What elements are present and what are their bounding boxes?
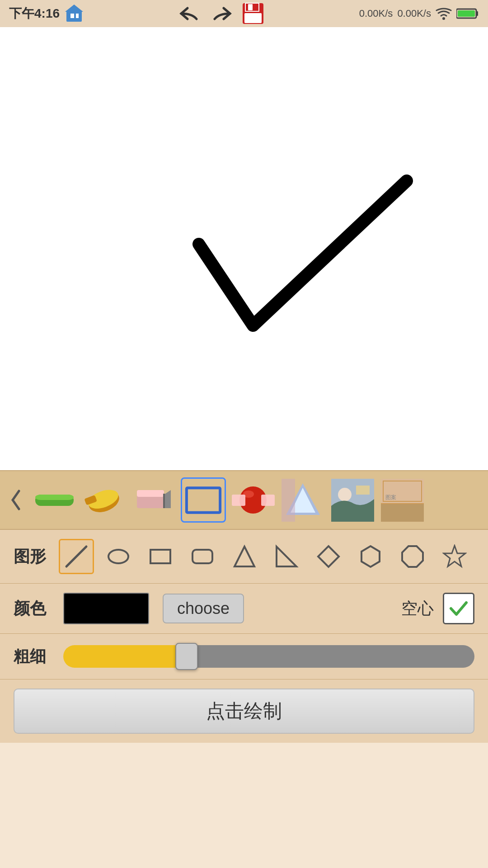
svg-rect-24 — [232, 495, 245, 506]
shape-btn-rounded-rect[interactable] — [185, 539, 220, 574]
svg-rect-11 — [458, 10, 475, 17]
svg-text:图案: 图案 — [385, 494, 396, 500]
svg-rect-10 — [476, 11, 478, 16]
status-right: 0.00K/s 0.00K/s — [359, 7, 479, 20]
shape-row: 图形 — [0, 530, 488, 584]
color-swatch[interactable] — [63, 593, 149, 624]
slider-container — [63, 643, 474, 670]
brush-item-yellow[interactable] — [81, 477, 127, 523]
hollow-section: 空心 — [401, 593, 474, 624]
svg-line-38 — [66, 547, 86, 566]
choose-button[interactable]: choose — [163, 594, 244, 623]
svg-rect-18 — [137, 490, 164, 497]
shape-btn-line[interactable] — [59, 539, 94, 574]
status-time: 下午4:16 — [9, 5, 60, 22]
svg-marker-47 — [444, 546, 465, 566]
shape-btn-star[interactable] — [437, 539, 472, 574]
brush-prev-arrow[interactable] — [5, 489, 27, 511]
brush-item-rect[interactable] — [181, 477, 226, 523]
canvas-area[interactable] — [0, 27, 488, 470]
svg-rect-20 — [163, 494, 165, 508]
shape-btn-triangle[interactable] — [227, 539, 262, 574]
hollow-checkbox[interactable] — [443, 593, 474, 624]
brush-item-photo1[interactable] — [330, 477, 375, 523]
svg-marker-19 — [164, 490, 171, 508]
svg-marker-43 — [277, 547, 296, 566]
shape-btn-right-triangle[interactable] — [269, 539, 304, 574]
checkmark-drawing — [199, 181, 407, 326]
shape-grid — [59, 539, 474, 574]
brush-item-red[interactable] — [230, 477, 276, 523]
svg-marker-42 — [235, 547, 254, 566]
shape-label: 图形 — [14, 546, 50, 568]
svg-marker-46 — [402, 546, 423, 567]
color-row: 颜色 choose 空心 — [0, 584, 488, 634]
svg-rect-3 — [76, 14, 79, 18]
thickness-label: 粗细 — [14, 646, 50, 668]
svg-rect-21 — [187, 488, 220, 512]
shape-btn-octagon[interactable] — [395, 539, 430, 574]
toolbar-nav — [178, 2, 264, 25]
shape-btn-rectangle[interactable] — [143, 539, 178, 574]
svg-rect-40 — [150, 550, 170, 563]
svg-point-31 — [338, 488, 352, 501]
svg-point-8 — [442, 17, 445, 20]
shape-btn-ellipse[interactable] — [101, 539, 136, 574]
svg-marker-45 — [361, 546, 380, 567]
svg-marker-44 — [318, 546, 339, 567]
svg-marker-1 — [65, 5, 83, 12]
bottom-panel: 图案 图形 — [0, 470, 488, 743]
svg-rect-34 — [381, 504, 424, 522]
svg-rect-13 — [35, 495, 74, 500]
brush-item-triangle[interactable] — [280, 477, 325, 523]
brush-item-photo2[interactable]: 图案 — [380, 477, 425, 523]
color-label: 颜色 — [14, 598, 50, 620]
svg-rect-7 — [244, 13, 262, 23]
svg-rect-6 — [248, 4, 253, 10]
svg-rect-2 — [70, 14, 74, 18]
status-bar: 下午4:16 0.00K/s 0.00K/s — [0, 0, 488, 27]
shape-btn-hexagon[interactable] — [353, 539, 388, 574]
brush-selector[interactable]: 图案 — [0, 471, 488, 530]
save-icon[interactable] — [242, 2, 264, 25]
brush-item-eraser[interactable] — [131, 477, 176, 523]
brush-item-green[interactable] — [32, 477, 77, 523]
status-left: 下午4:16 — [9, 4, 84, 24]
thickness-row: 粗细 — [0, 634, 488, 679]
shape-btn-diamond[interactable] — [311, 539, 346, 574]
svg-rect-32 — [356, 486, 370, 495]
draw-button[interactable]: 点击绘制 — [14, 689, 474, 734]
redo-icon[interactable] — [210, 5, 233, 23]
app-icon — [64, 4, 84, 24]
wifi-icon — [436, 7, 452, 20]
draw-btn-row: 点击绘制 — [0, 679, 488, 743]
undo-icon[interactable] — [178, 5, 201, 23]
hollow-label: 空心 — [401, 598, 434, 620]
drawing-canvas[interactable] — [0, 27, 488, 470]
network-speed-text: 0.00K/s — [397, 8, 431, 19]
svg-point-39 — [108, 550, 128, 563]
battery-icon — [456, 7, 479, 20]
svg-rect-41 — [192, 550, 212, 563]
svg-rect-28 — [282, 479, 295, 522]
network-speed: 0.00K/s — [359, 8, 393, 19]
svg-rect-25 — [261, 495, 275, 506]
